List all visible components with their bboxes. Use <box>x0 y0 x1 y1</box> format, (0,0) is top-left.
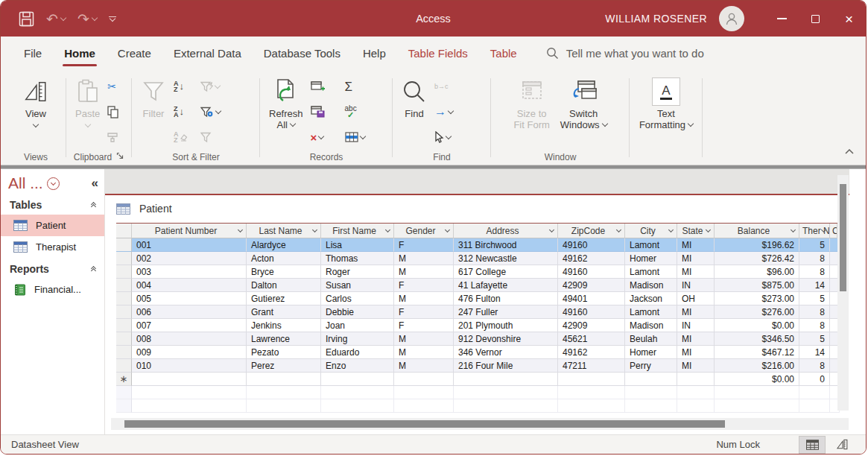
save-record-button[interactable] <box>311 104 340 120</box>
cell[interactable] <box>677 373 715 386</box>
paste-button[interactable]: Paste <box>70 72 105 127</box>
cell[interactable]: $726.42 <box>715 252 799 265</box>
close-button[interactable]: × <box>832 1 866 37</box>
column-header-partial[interactable]: C <box>830 224 837 238</box>
row-selector[interactable] <box>116 279 132 292</box>
cell[interactable] <box>558 373 625 386</box>
row-selector[interactable] <box>116 346 132 359</box>
cell[interactable]: F <box>394 305 454 319</box>
cell[interactable]: 003 <box>132 265 247 279</box>
cell[interactable] <box>247 373 321 386</box>
cell[interactable]: MI <box>677 332 715 346</box>
cell[interactable]: 346 Vernor <box>454 346 558 359</box>
column-header-patient-number[interactable]: Patient Number <box>132 224 247 238</box>
replace-button[interactable]: b→c <box>434 78 466 95</box>
cell[interactable]: 007 <box>132 319 247 332</box>
table-row[interactable]: 002ActonThomasM312 Newcastle49162HomerMI… <box>116 252 840 265</box>
cell[interactable]: M <box>394 359 454 373</box>
cell[interactable]: 47211 <box>558 359 625 373</box>
collapse-pane-icon[interactable]: « <box>92 176 98 191</box>
filter-button[interactable]: Filter <box>136 72 171 119</box>
cell[interactable]: 8 <box>799 252 830 265</box>
cell[interactable]: Dalton <box>247 279 321 292</box>
table-row[interactable]: 008LawrenceIrvingM912 Devonshire45621Beu… <box>116 332 840 346</box>
refresh-all-button[interactable]: Refresh All <box>264 72 308 130</box>
row-selector[interactable] <box>116 265 132 279</box>
cell[interactable]: Lawrence <box>247 332 321 346</box>
design-view-button[interactable] <box>829 436 855 454</box>
text-formatting-button[interactable]: A Text Formatting <box>634 72 698 130</box>
column-header-address[interactable]: Address <box>454 224 558 238</box>
find-button[interactable]: Find <box>396 72 432 119</box>
user-name[interactable]: WILLIAM ROSENER <box>605 13 707 25</box>
column-dropdown-icon[interactable] <box>549 227 554 232</box>
cell[interactable]: 005 <box>132 292 247 305</box>
new-record-button[interactable] <box>311 78 340 95</box>
cell[interactable]: Carlos <box>321 292 394 305</box>
table-row[interactable]: 005GutierezCarlosM476 Fulton49401Jackson… <box>116 292 840 305</box>
column-header-balance[interactable]: Balance <box>715 224 799 238</box>
cell[interactable]: MI <box>677 305 715 319</box>
cell[interactable]: Madison <box>625 279 677 292</box>
column-header-city[interactable]: City <box>625 224 677 238</box>
row-selector[interactable] <box>116 305 132 319</box>
column-header-zipcode[interactable]: ZipCode <box>558 224 625 238</box>
cell[interactable]: 912 Devonshire <box>454 332 558 346</box>
cell[interactable]: $273.00 <box>715 292 799 305</box>
cell[interactable]: Lamont <box>625 265 677 279</box>
table-row[interactable]: 004DaltonSusanF41 Lafayette42909MadisonI… <box>116 279 840 292</box>
remove-sort-button[interactable]: AZ <box>174 129 196 145</box>
cell[interactable]: OH <box>677 292 715 305</box>
cell[interactable]: Beulah <box>625 332 677 346</box>
sidebar-item-financial[interactable]: Financial... <box>1 279 104 300</box>
row-selector[interactable] <box>116 332 132 346</box>
cell[interactable]: Perez <box>247 359 321 373</box>
cell[interactable]: 311 Birchwood <box>454 238 558 252</box>
column-dropdown-icon[interactable] <box>668 227 674 232</box>
column-header-first-name[interactable]: First Name <box>321 224 394 238</box>
cell[interactable]: $0.00 <box>715 373 799 386</box>
tab-create[interactable]: Create <box>107 37 162 70</box>
undo-button[interactable]: ↶ <box>46 12 66 26</box>
column-dropdown-icon[interactable] <box>791 227 796 232</box>
cell[interactable]: F <box>394 319 454 332</box>
tab-help[interactable]: Help <box>352 37 397 70</box>
cell[interactable]: $0.00 <box>715 319 799 332</box>
cell[interactable]: $467.12 <box>715 346 799 359</box>
cell[interactable]: Joan <box>321 319 394 332</box>
cell[interactable]: Lisa <box>321 238 394 252</box>
cell[interactable]: $196.62 <box>715 238 799 252</box>
cell[interactable]: Grant <box>247 305 321 319</box>
cell[interactable]: 8 <box>799 265 830 279</box>
chevron-down-icon[interactable] <box>60 14 66 20</box>
column-dropdown-icon[interactable] <box>616 227 621 232</box>
advanced-filter-button[interactable] <box>200 78 235 95</box>
datasheet-view-button[interactable] <box>799 436 826 454</box>
cell[interactable] <box>625 373 677 386</box>
cell[interactable]: Perry <box>625 359 677 373</box>
cell[interactable]: 49162 <box>558 252 625 265</box>
cell[interactable]: 14 <box>799 346 830 359</box>
cell[interactable]: M <box>394 346 454 359</box>
column-header-gender[interactable]: Gender <box>394 224 454 238</box>
format-painter-button[interactable] <box>107 129 119 145</box>
table-row[interactable]: 001AlardyceLisaF311 Birchwood49160Lamont… <box>116 238 840 252</box>
cell[interactable]: 247 Fuller <box>454 305 558 319</box>
cell[interactable]: Jenkins <box>247 319 321 332</box>
cell[interactable]: 0 <box>799 373 830 386</box>
cell[interactable]: 5 <box>799 238 830 252</box>
cell[interactable]: 5 <box>799 332 830 346</box>
cell[interactable]: Madison <box>625 319 677 332</box>
cell[interactable]: Thomas <box>321 252 394 265</box>
cell[interactable]: 312 Newcastle <box>454 252 558 265</box>
cell[interactable]: Homer <box>625 346 677 359</box>
new-record-icon[interactable]: ∗ <box>116 373 132 386</box>
cell[interactable]: 8 <box>799 359 830 373</box>
row-selector[interactable] <box>116 252 132 265</box>
cell[interactable]: Eduardo <box>321 346 394 359</box>
cell[interactable]: 49160 <box>558 238 625 252</box>
cell[interactable]: IN <box>677 319 715 332</box>
tab-database-tools[interactable]: Database Tools <box>253 37 352 70</box>
copy-button[interactable] <box>107 104 119 120</box>
sidebar-item-therapist[interactable]: Therapist <box>1 236 104 258</box>
